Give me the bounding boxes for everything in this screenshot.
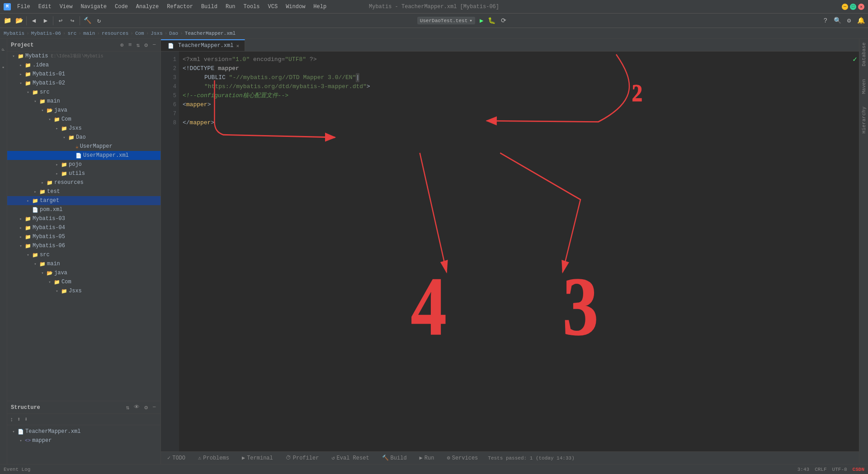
status-time[interactable]: 3:43	[797, 467, 809, 472]
search-icon[interactable]: 🔍	[832, 15, 843, 26]
structure-settings[interactable]: ⚙	[143, 403, 149, 412]
run-button[interactable]: ▶	[478, 16, 485, 25]
bottom-tab-services[interactable]: ⚙ Services	[444, 454, 481, 462]
tree-item-mybatis06[interactable]: ▾ 📁 Mybatis-06	[7, 241, 160, 250]
tree-item-java06[interactable]: ▾ 📂 java	[7, 268, 160, 277]
structure-item-root[interactable]: ▾ 📄 TeacherMapper.xml	[9, 427, 159, 436]
tree-item-src06[interactable]: ▾ 📁 src	[7, 250, 160, 259]
menu-file[interactable]: File	[14, 3, 34, 11]
build-icon[interactable]: 🔨	[82, 15, 93, 26]
menu-view[interactable]: View	[56, 3, 76, 11]
notifications-icon[interactable]: 🔔	[855, 15, 866, 26]
open-icon[interactable]: 📂	[14, 15, 24, 26]
tab-close-teachermapper[interactable]: ✕	[236, 43, 239, 49]
event-log-status[interactable]: Event Log	[4, 467, 30, 472]
menu-tools[interactable]: Tools	[240, 3, 264, 11]
project-panel-settings[interactable]: ⚙	[143, 41, 149, 50]
bottom-tab-terminal[interactable]: ▶ Terminal	[239, 454, 276, 462]
structure-sort-alpha[interactable]: ⇅	[125, 403, 131, 412]
back-button[interactable]: ◀	[28, 15, 39, 26]
tree-item-test02[interactable]: ▸ 📁 test	[7, 187, 160, 196]
settings-icon[interactable]: ⚙	[844, 15, 854, 26]
tree-item-main06[interactable]: ▾ 📁 main	[7, 259, 160, 268]
maximize-button[interactable]: □	[850, 4, 856, 10]
maven-panel-label[interactable]: Maven	[861, 77, 867, 96]
bottom-tab-todo[interactable]: ✓ TODO	[165, 454, 188, 462]
project-panel-sort[interactable]: ⇅	[136, 41, 141, 50]
tree-item-pom02[interactable]: 📄 pom.xml	[7, 205, 160, 214]
tree-item-usermapper-xml[interactable]: 📄 UserMapper.xml	[7, 151, 160, 160]
coverage-button[interactable]: ⟳	[498, 15, 509, 26]
bottom-tab-run[interactable]: ▶ Run	[417, 454, 437, 462]
project-panel-collapse-all[interactable]: ≡	[127, 41, 133, 49]
menu-edit[interactable]: Edit	[35, 3, 55, 11]
menu-navigate[interactable]: Navigate	[77, 3, 110, 11]
tree-item-mybatis05[interactable]: ▸ 📁 Mybatis-05	[7, 232, 160, 241]
structure-item-mapper[interactable]: ▾ <> mapper	[9, 436, 159, 445]
status-charset[interactable]: UTF-8	[832, 467, 847, 472]
tree-item-com02[interactable]: ▾ 📁 Com	[7, 115, 160, 124]
breadcrumb-jsxs[interactable]: Jsxs	[151, 31, 162, 36]
structure-btn3[interactable]: ⬇	[24, 415, 29, 424]
favorites-icon[interactable]: ★	[0, 59, 7, 77]
breadcrumb-mybatis[interactable]: Mybatis	[4, 31, 24, 36]
tree-item-pojo02[interactable]: ▸ 📁 pojo	[7, 160, 160, 169]
tree-item-mybatis03[interactable]: ▸ 📁 Mybatis-03	[7, 214, 160, 223]
project-tree[interactable]: ▾ 📁 Mybatis E:\Ideal项目\Mybatis ▸ 📁 .idea…	[7, 52, 160, 401]
breadcrumb-com[interactable]: Com	[135, 31, 144, 36]
bottom-tab-profiler[interactable]: ⏱ Profiler	[283, 454, 322, 462]
bottom-tab-eval-reset[interactable]: ↺ Eval Reset	[329, 454, 372, 462]
breadcrumb-mybatis06[interactable]: Mybatis-06	[31, 31, 61, 36]
database-panel-label[interactable]: Database	[861, 41, 867, 68]
breadcrumb-dao[interactable]: Dao	[169, 31, 178, 36]
breadcrumb-src[interactable]: src	[67, 31, 76, 36]
new-project-icon[interactable]: 📁	[2, 15, 13, 26]
bottom-tab-problems[interactable]: ⚠ Problems	[195, 454, 232, 462]
forward-button[interactable]: ▶	[40, 15, 51, 26]
tree-item-target02[interactable]: ▸ 📁 target	[7, 196, 160, 205]
tree-item-idea[interactable]: ▸ 📁 .idea	[7, 61, 160, 70]
breadcrumb-resources[interactable]: resources	[102, 31, 128, 36]
code-area[interactable]: ✓ <?xml version="1.0" encoding="UTF8" ?>…	[179, 52, 859, 451]
redo-icon[interactable]: ↪	[67, 15, 78, 26]
tree-item-mybatis04[interactable]: ▸ 📁 Mybatis-04	[7, 223, 160, 232]
menu-help[interactable]: Help	[310, 3, 330, 11]
tree-item-java02[interactable]: ▾ 📂 java	[7, 106, 160, 115]
debug-button[interactable]: 🐛	[486, 16, 497, 25]
sync-icon[interactable]: ↻	[94, 15, 104, 26]
tree-item-mybatis01[interactable]: ▸ 📁 Mybatis-01	[7, 70, 160, 79]
bottom-tab-build[interactable]: 🔨 Build	[379, 454, 410, 462]
tree-item-src02[interactable]: ▾ 📁 src	[7, 88, 160, 97]
structure-btn1[interactable]: ↕	[9, 415, 14, 424]
tree-item-dao02[interactable]: ▾ 📁 Dao	[7, 133, 160, 142]
tree-item-main02[interactable]: ▾ 📁 main	[7, 97, 160, 106]
menu-refactor[interactable]: Refactor	[163, 3, 197, 11]
project-view-icon[interactable]: P	[0, 41, 7, 59]
status-crlf[interactable]: CRLF	[815, 467, 826, 472]
tree-item-jsxs02[interactable]: ▸ 📁 Jsxs	[7, 124, 160, 133]
structure-btn2[interactable]: ⬆	[16, 415, 22, 424]
project-panel-locate[interactable]: ⊕	[119, 41, 125, 50]
run-config-selector[interactable]: UserDaoTest.test ▾	[417, 17, 475, 24]
editor[interactable]: 1 2 3 4 5 6 7 8 ✓ <?xml version="1.0" en…	[161, 52, 859, 451]
undo-icon[interactable]: ↩	[55, 15, 66, 26]
tree-item-com06[interactable]: ▾ 📁 Com	[7, 277, 160, 286]
minimize-button[interactable]: —	[842, 4, 848, 10]
structure-minimize[interactable]: −	[151, 403, 157, 412]
help-button[interactable]: ?	[820, 15, 831, 26]
tab-teachermapper-xml[interactable]: 📄 TeacherMapper.xml ✕	[161, 39, 245, 51]
menu-window[interactable]: Window	[282, 3, 309, 11]
menu-analyze[interactable]: Analyze	[132, 3, 162, 11]
tree-item-resources02[interactable]: ▸ 📁 resources	[7, 178, 160, 187]
breadcrumb-main[interactable]: main	[83, 31, 95, 36]
tree-item-utils02[interactable]: ▸ 📁 utils	[7, 169, 160, 178]
tree-item-mybatis-root[interactable]: ▾ 📁 Mybatis E:\Ideal项目\Mybatis	[7, 52, 160, 61]
close-button[interactable]: ✕	[858, 4, 864, 10]
tree-item-jsxs06[interactable]: ▾ 📁 Jsxs	[7, 286, 160, 296]
menu-build[interactable]: Build	[198, 3, 221, 11]
structure-sort-visibility[interactable]: 👁	[133, 403, 141, 412]
project-panel-minimize[interactable]: −	[151, 41, 157, 49]
menu-vcs[interactable]: VCS	[264, 3, 282, 11]
hierarchy-panel-label[interactable]: Hierarchy	[861, 105, 867, 135]
menu-run[interactable]: Run	[222, 3, 239, 11]
